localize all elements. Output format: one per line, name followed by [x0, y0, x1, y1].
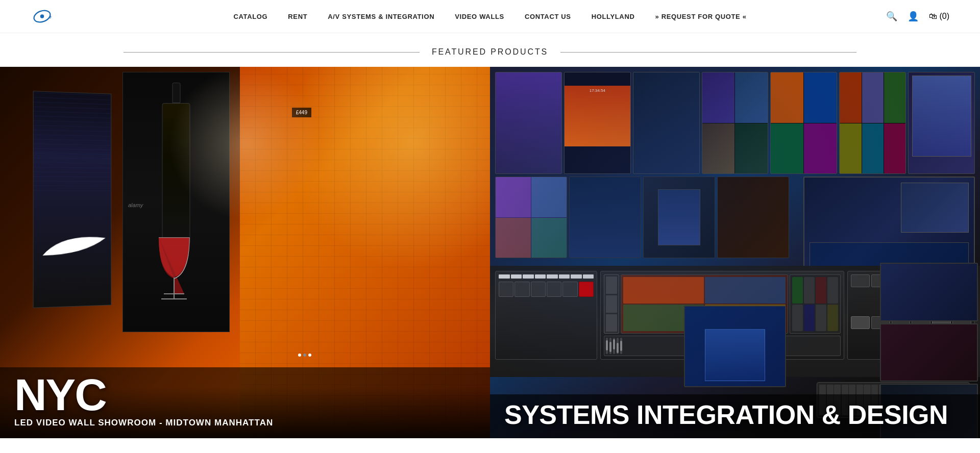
cart-count: (0)	[939, 12, 949, 21]
nyc-subtitle: LED VIDEO WALL SHOWROOM - MIDTOWN MANHAT…	[14, 418, 476, 428]
nav-rent[interactable]: RENT	[288, 13, 307, 20]
site-header: e CATALOG RENT A/V SYSTEMS & INTEGRATION…	[0, 0, 980, 33]
desk-monitor	[684, 306, 786, 387]
search-icon[interactable]: 🔍	[886, 11, 897, 22]
nyc-text-overlay: NYC LED VIDEO WALL SHOWROOM - MIDTOWN MA…	[0, 367, 490, 438]
cart-icon: 🛍	[929, 12, 937, 21]
panel-indicators	[298, 354, 311, 357]
featured-title: FEATURED PRODUCTS	[420, 47, 560, 57]
logo[interactable]: e	[31, 6, 61, 27]
account-icon[interactable]: 👤	[908, 11, 919, 22]
nyc-title: NYC	[14, 374, 476, 415]
product-card-systems[interactable]: 17:34:54	[490, 67, 980, 438]
monitor-bank-top: 17:34:54	[495, 72, 975, 174]
title-line-left	[124, 52, 420, 53]
main-nav: CATALOG RENT A/V SYSTEMS & INTEGRATION V…	[233, 13, 746, 20]
nav-contact[interactable]: CONTACT US	[525, 13, 571, 20]
cart-icon-area[interactable]: 🛍 (0)	[929, 12, 949, 21]
product-card-nyc[interactable]: alamy £449 NYC	[0, 67, 490, 438]
header-icons: 🔍 👤 🛍 (0)	[886, 11, 949, 22]
ceiling-light	[168, 67, 322, 220]
title-line-right	[560, 52, 856, 53]
nav-request-quote[interactable]: » REQUEST FOR QUOTE «	[655, 13, 746, 20]
monitor-bank-mid	[495, 177, 789, 258]
nav-video-walls[interactable]: VIDEO WALLS	[455, 13, 504, 20]
nav-hollyland[interactable]: HOLLYLAND	[592, 13, 635, 20]
nav-av-systems[interactable]: A/V SYSTEMS & INTEGRATION	[328, 13, 434, 20]
systems-title: SYSTEMS INTEGRATION & DESIGN	[504, 401, 966, 428]
products-grid: alamy £449 NYC	[0, 67, 980, 438]
systems-text-overlay: SYSTEMS INTEGRATION & DESIGN	[490, 394, 980, 438]
led-panel-left	[33, 91, 112, 308]
svg-text:e: e	[49, 15, 52, 19]
featured-section: FEATURED PRODUCTS	[0, 33, 980, 67]
broadcast-background: 17:34:54	[490, 67, 980, 438]
nav-catalog[interactable]: CATALOG	[233, 13, 267, 20]
svg-point-1	[40, 14, 44, 18]
